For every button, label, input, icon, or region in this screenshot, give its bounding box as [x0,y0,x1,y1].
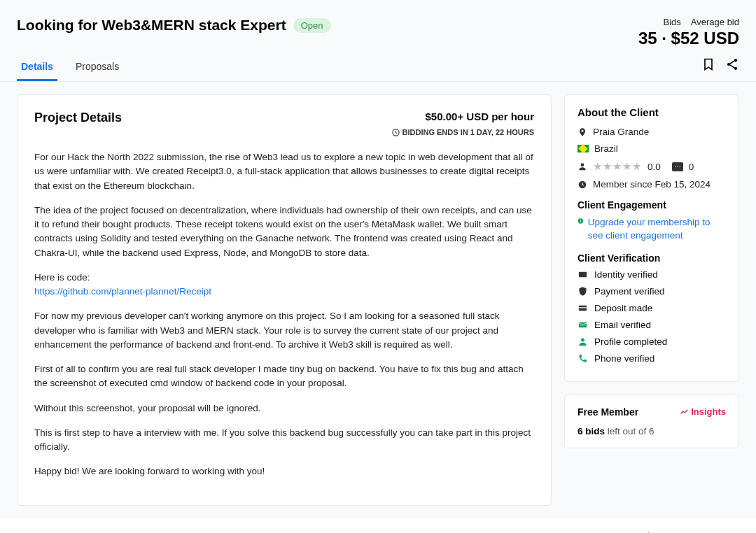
client-city: Praia Grande [593,127,649,137]
about-client-heading: About the Client [578,106,726,118]
svg-point-4 [581,163,584,166]
membership-tier: Free Member [578,406,638,418]
clock-icon [578,180,587,190]
verif-email: Email verified [578,320,726,330]
about-client-card: About the Client Praia Grande Brazil ★★★… [564,94,739,382]
upgrade-link[interactable]: i Upgrade your membership to see client … [578,216,726,243]
person-check-icon [578,336,588,347]
rating-value: 0.0 [648,162,661,172]
flag-brazil-icon [578,145,589,152]
project-details-card: Project Details $50.00+ USD per hour BID… [17,94,552,506]
verif-deposit: Deposit made [578,303,726,313]
project-rate: $50.00+ USD per hour [426,111,534,122]
share-icon[interactable] [725,57,739,73]
bidding-ends-text: BIDDING ENDS IN 1 DAY, 22 HOURS [402,128,534,136]
credit-card-icon [578,303,588,313]
svg-point-12 [581,338,584,341]
id-card-icon [578,269,588,280]
tab-details[interactable]: Details [17,55,57,81]
status-badge: Open [293,18,331,33]
verif-payment: Payment verified [578,286,726,297]
project-title: Looking for Web3&MERN stack Expert [17,17,286,34]
member-since: Member since Feb 15, 2024 [593,179,710,190]
location-icon [578,127,587,137]
client-country: Brazil [594,143,618,154]
trend-icon [680,407,689,416]
engagement-heading: Client Engagement [578,199,726,211]
verif-identity: Identity verified [578,269,726,280]
clock-icon [392,129,400,136]
bookmark-icon[interactable] [701,57,715,73]
tabs: Details Proposals [17,55,123,81]
svg-rect-10 [579,307,587,308]
header-bar: Looking for Web3&MERN stack Expert Open … [0,7,756,48]
info-icon: i [578,216,584,226]
chat-icon: ⋯ [672,162,683,171]
project-description: For our Hack the North 2022 submission, … [34,150,534,479]
footer-logos: zscaler™ ThreatLabz [0,518,756,534]
avg-bid-label: Average bid [691,17,739,27]
insights-link[interactable]: Insights [680,406,726,417]
verif-phone: Phone verified [578,353,726,364]
verification-heading: Client Verification [578,253,726,264]
bids-label: Bids [664,17,681,27]
reviews-count: 0 [689,162,694,172]
bid-stats: Bids Average bid 35 · $52 USD [638,17,739,48]
membership-card: Free Member Insights 6 bids left out of … [564,395,739,448]
rating-stars: ★★★★★ [593,160,642,173]
bids-remaining: 6 bids left out of 6 [578,426,726,436]
shield-icon [578,286,588,297]
person-icon [578,162,587,171]
code-link[interactable]: https://github.com/plannet-plannet/Recei… [34,286,211,297]
svg-rect-11 [579,322,587,328]
phone-icon [578,353,588,364]
project-details-heading: Project Details [34,111,122,125]
tab-proposals[interactable]: Proposals [71,55,123,81]
avg-bid-value: $52 USD [671,29,739,48]
verif-profile: Profile completed [578,336,726,347]
bids-value: 35 [638,29,657,48]
email-icon [578,320,588,330]
svg-rect-8 [579,272,587,278]
